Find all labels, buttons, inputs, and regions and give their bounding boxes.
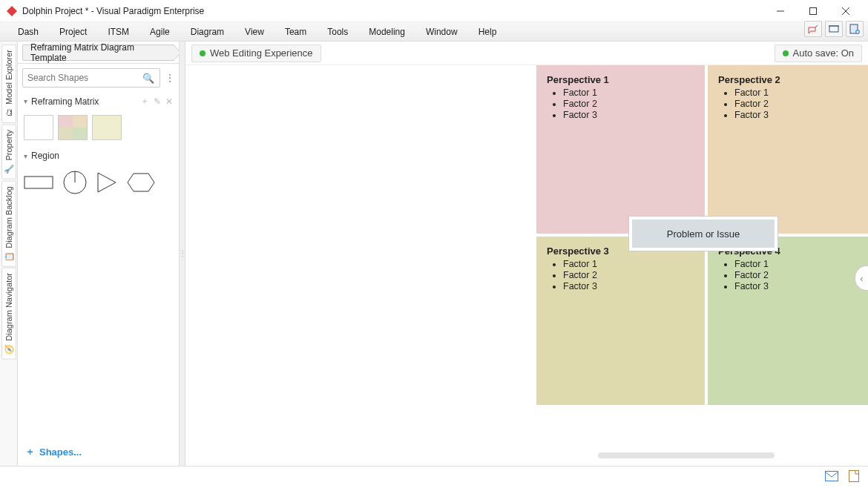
section-label: Region bbox=[31, 151, 59, 161]
side-tab-label: Diagram Backlog bbox=[4, 186, 13, 248]
feedback-icon[interactable] bbox=[804, 21, 822, 37]
caret-down-icon: ▾ bbox=[24, 152, 27, 160]
section-region[interactable]: ▾ Region bbox=[18, 148, 179, 164]
side-tab-label: Diagram Navigator bbox=[4, 273, 13, 341]
factor-list: Factor 1 Factor 2 Factor 3 bbox=[547, 259, 694, 291]
status-dot-icon bbox=[783, 50, 789, 56]
reframing-matrix[interactable]: Perspective 1 Factor 1 Factor 2 Factor 3… bbox=[536, 65, 868, 406]
factor-item: Factor 3 bbox=[734, 281, 866, 291]
factor-item: Factor 2 bbox=[563, 270, 694, 280]
navigator-icon: 🧭 bbox=[4, 344, 14, 355]
side-tab-diagram-navigator[interactable]: 🧭 Diagram Navigator bbox=[1, 268, 16, 360]
caret-down-icon: ▾ bbox=[24, 97, 27, 105]
model-explorer-icon: 🗂 bbox=[4, 108, 14, 118]
note-icon[interactable] bbox=[849, 470, 859, 484]
menu-help[interactable]: Help bbox=[468, 22, 507, 41]
menubar: Dash Project ITSM Agile Diagram View Tea… bbox=[0, 22, 868, 42]
close-button[interactable] bbox=[829, 1, 862, 22]
diagram-tab[interactable]: Web Editing Experience bbox=[191, 44, 321, 62]
shape-hexagon[interactable] bbox=[126, 172, 156, 193]
svg-rect-5 bbox=[24, 177, 53, 188]
quad-title: Perspective 1 bbox=[547, 74, 694, 85]
menu-view[interactable]: View bbox=[234, 22, 274, 41]
editor-area: Web Editing Experience Auto save: On Per… bbox=[185, 42, 868, 466]
center-problem-box[interactable]: Problem or Issue bbox=[629, 217, 777, 251]
quad-perspective-2[interactable]: Perspective 2 Factor 1 Factor 2 Factor 3 bbox=[708, 65, 868, 234]
menu-team[interactable]: Team bbox=[274, 22, 317, 41]
quad-perspective-4[interactable]: Perspective 4 Factor 1 Factor 2 Factor 3 bbox=[708, 237, 868, 405]
quad-perspective-3[interactable]: Perspective 3 Factor 1 Factor 2 Factor 3 bbox=[536, 237, 705, 405]
minimize-button[interactable] bbox=[764, 1, 797, 22]
shape-split-circle[interactable] bbox=[62, 170, 88, 195]
window-title: Dolphin Project * - Visual Paradigm Ente… bbox=[22, 6, 764, 16]
menu-modeling[interactable]: Modeling bbox=[358, 22, 415, 41]
factor-item: Factor 1 bbox=[563, 259, 694, 269]
search-shapes[interactable]: 🔍 bbox=[22, 68, 160, 88]
menu-tools[interactable]: Tools bbox=[317, 22, 358, 41]
present-icon[interactable] bbox=[825, 21, 843, 37]
side-tab-property[interactable]: 🔧 Property bbox=[1, 125, 16, 179]
menu-dash[interactable]: Dash bbox=[7, 22, 49, 41]
quad-title: Perspective 2 bbox=[718, 74, 866, 85]
titlebar: Dolphin Project * - Visual Paradigm Ente… bbox=[0, 0, 868, 22]
factor-list: Factor 1 Factor 2 Factor 3 bbox=[547, 88, 694, 120]
quad-perspective-1[interactable]: Perspective 1 Factor 1 Factor 2 Factor 3 bbox=[536, 65, 705, 234]
menu-agile[interactable]: Agile bbox=[139, 22, 180, 41]
side-tab-label: Model Explorer bbox=[4, 50, 13, 105]
mail-icon[interactable] bbox=[825, 471, 838, 484]
template-thumb-1[interactable] bbox=[24, 115, 53, 140]
factor-list: Factor 1 Factor 2 Factor 3 bbox=[718, 88, 866, 120]
panel-menu-icon[interactable]: ⋮ bbox=[165, 72, 174, 84]
svg-marker-9 bbox=[128, 174, 154, 191]
section-label: Reframing Matrix bbox=[31, 96, 99, 107]
side-tab-model-explorer[interactable]: 🗂 Model Explorer bbox=[1, 44, 16, 123]
side-tab-diagram-backlog[interactable]: 📋 Diagram Backlog bbox=[1, 181, 16, 267]
template-thumb-2[interactable] bbox=[58, 115, 88, 140]
svg-rect-17 bbox=[826, 472, 838, 481]
diagram-canvas[interactable]: Perspective 1 Factor 1 Factor 2 Factor 3… bbox=[185, 65, 868, 466]
shape-rectangle[interactable] bbox=[24, 174, 53, 191]
factor-item: Factor 3 bbox=[734, 110, 866, 120]
new-diagram-icon[interactable] bbox=[846, 21, 864, 37]
factor-item: Factor 3 bbox=[563, 110, 694, 120]
breadcrumb-label: Reframing Matrix Diagram Template bbox=[30, 42, 162, 63]
factor-item: Factor 2 bbox=[734, 99, 866, 109]
shapes-link-label: Shapes... bbox=[39, 446, 82, 458]
search-input[interactable] bbox=[26, 72, 140, 84]
search-icon[interactable]: 🔍 bbox=[140, 73, 157, 84]
menu-itsm[interactable]: ITSM bbox=[97, 22, 139, 41]
factor-list: Factor 1 Factor 2 Factor 3 bbox=[718, 259, 866, 291]
autosave-indicator[interactable]: Auto save: On bbox=[775, 44, 862, 62]
factor-item: Factor 1 bbox=[563, 88, 694, 98]
property-icon: 🔧 bbox=[4, 164, 14, 174]
center-label: Problem or Issue bbox=[667, 228, 740, 240]
template-thumb-3[interactable] bbox=[92, 115, 122, 140]
svg-marker-8 bbox=[98, 173, 116, 192]
add-icon[interactable]: ＋ bbox=[140, 95, 149, 108]
status-dot-icon bbox=[200, 50, 206, 56]
shapes-link[interactable]: ＋ Shapes... bbox=[18, 438, 179, 466]
svg-marker-0 bbox=[7, 6, 17, 16]
diagram-tab-label: Web Editing Experience bbox=[210, 47, 313, 59]
menu-project[interactable]: Project bbox=[49, 22, 97, 41]
app-logo-icon bbox=[6, 5, 18, 17]
side-tab-strip: 🗂 Model Explorer 🔧 Property 📋 Diagram Ba… bbox=[0, 42, 18, 466]
svg-rect-18 bbox=[849, 471, 859, 482]
svg-rect-2 bbox=[810, 7, 817, 14]
section-reframing-matrix[interactable]: ▾ Reframing Matrix ＋ ✎ ✕ bbox=[18, 92, 179, 111]
shape-triangle[interactable] bbox=[96, 171, 117, 194]
remove-icon[interactable]: ✕ bbox=[165, 96, 173, 107]
statusbar bbox=[0, 466, 868, 488]
side-tab-label: Property bbox=[4, 130, 13, 161]
svg-rect-11 bbox=[829, 26, 838, 32]
edit-icon[interactable]: ✎ bbox=[154, 96, 161, 107]
plus-icon: ＋ bbox=[25, 445, 35, 458]
breadcrumb[interactable]: Reframing Matrix Diagram Template bbox=[22, 44, 174, 61]
factor-item: Factor 3 bbox=[563, 281, 694, 291]
factor-item: Factor 1 bbox=[734, 259, 866, 269]
maximize-button[interactable] bbox=[797, 1, 829, 22]
panel-splitter[interactable]: ⋮ bbox=[180, 42, 185, 466]
horizontal-scrollbar[interactable] bbox=[598, 452, 775, 458]
menu-window[interactable]: Window bbox=[415, 22, 468, 41]
menu-diagram[interactable]: Diagram bbox=[180, 22, 234, 41]
